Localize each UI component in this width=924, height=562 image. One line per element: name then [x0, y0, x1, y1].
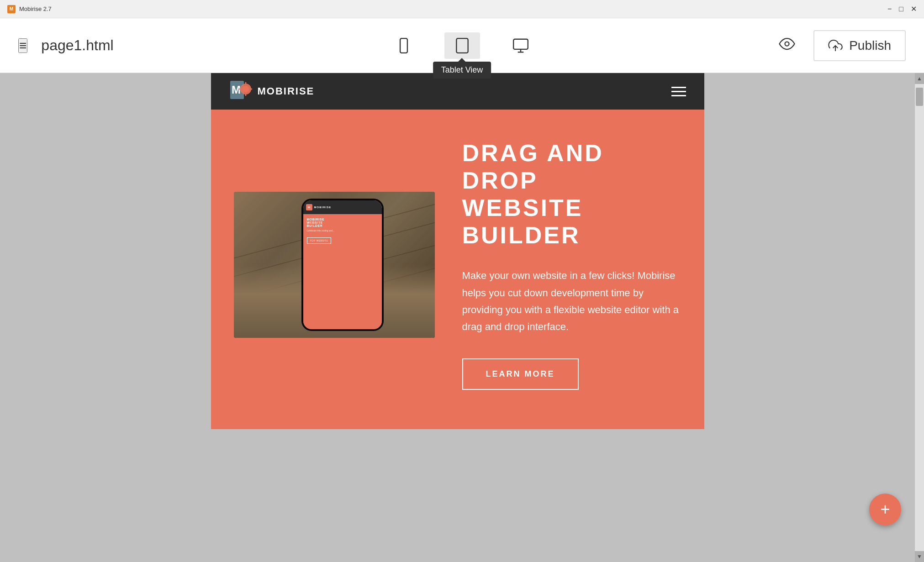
menu-hamburger-button[interactable]: ≡	[18, 38, 27, 53]
phone-mock-cta: FOR WEBSITE	[307, 237, 332, 244]
scroll-up-button[interactable]: ▲	[915, 73, 924, 84]
tooltip: Tablet View	[433, 62, 491, 79]
toolbar-right: Publish	[779, 30, 906, 61]
hero-image-container: M MOBIRISE MOBIRISEWEBSITEBUILDER Celebr…	[234, 192, 435, 338]
phone-mock-title: MOBIRISE	[314, 206, 332, 209]
title-bar: M Mobirise 2.7 − □ ✕	[0, 0, 924, 18]
scrollbar[interactable]: ▲ ▼	[915, 73, 924, 562]
app-logo-icon: M	[7, 5, 16, 13]
preview-nav-brand-label: MOBIRISE	[258, 85, 315, 97]
view-controls	[386, 32, 539, 59]
svg-rect-2	[456, 38, 468, 53]
website-preview: M MOBIRISE	[211, 73, 704, 429]
cloud-upload-icon	[828, 38, 843, 53]
minimize-button[interactable]: −	[887, 5, 892, 13]
svg-text:M: M	[232, 84, 241, 96]
preview-nav-menu-icon[interactable]	[671, 87, 686, 96]
svg-point-12	[243, 86, 249, 92]
maximize-button[interactable]: □	[899, 5, 903, 13]
close-button[interactable]: ✕	[911, 5, 917, 13]
scroll-track[interactable]	[915, 84, 924, 551]
fab-add-button[interactable]: +	[869, 494, 901, 525]
phone-mock-heading: MOBIRISEWEBSITEBUILDER	[307, 218, 378, 227]
tablet-view-button[interactable]	[444, 32, 480, 59]
canvas-area: ▲ ▼ M	[0, 73, 924, 562]
hero-image: M MOBIRISE MOBIRISEWEBSITEBUILDER Celebr…	[234, 192, 435, 338]
svg-point-7	[785, 42, 789, 46]
window-controls: − □ ✕	[887, 5, 917, 13]
mobile-icon	[395, 37, 412, 54]
scroll-down-button[interactable]: ▼	[915, 551, 924, 562]
phone-mockup: M MOBIRISE MOBIRISEWEBSITEBUILDER Celebr…	[301, 199, 384, 331]
app-title: Mobirise 2.7	[19, 5, 52, 12]
plus-icon: +	[880, 501, 890, 518]
mobile-view-button[interactable]	[386, 32, 422, 59]
publish-label: Publish	[849, 38, 891, 53]
hero-content: DRAG AND DROP WEBSITE BUILDER Make your …	[462, 140, 681, 390]
preview-nav: M MOBIRISE	[211, 73, 704, 110]
preview-button[interactable]	[779, 36, 795, 56]
publish-button[interactable]: Publish	[813, 30, 906, 61]
phone-mock-text: Celebrate this coding and...	[307, 229, 378, 232]
desktop-icon	[512, 37, 529, 54]
desktop-view-button[interactable]	[503, 32, 539, 59]
hero-cta-button[interactable]: LEARN MORE	[462, 358, 579, 390]
svg-rect-4	[513, 39, 528, 49]
hero-section: M MOBIRISE MOBIRISEWEBSITEBUILDER Celebr…	[211, 110, 704, 429]
hero-heading: DRAG AND DROP WEBSITE BUILDER	[462, 140, 681, 249]
scroll-thumb[interactable]	[916, 88, 923, 106]
svg-rect-0	[400, 38, 407, 53]
brand: M MOBIRISE	[229, 80, 315, 103]
tablet-icon	[454, 37, 471, 54]
eye-icon	[779, 36, 795, 52]
hero-body-text: Make your own website in a few clicks! M…	[462, 267, 681, 336]
mobirise-logo-icon: M	[229, 80, 252, 103]
